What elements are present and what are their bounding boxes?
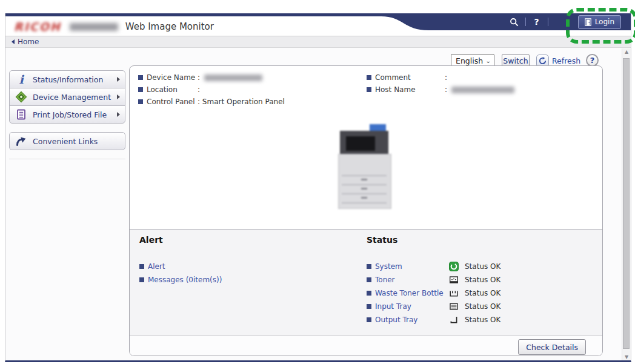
control-panel-row: Control Panel: [138, 96, 195, 107]
refresh-label: Refresh: [552, 56, 580, 65]
chevron-down-icon: ⌄: [486, 58, 491, 64]
printer-body: [338, 154, 391, 209]
scrollbar-thumb[interactable]: [623, 58, 630, 349]
sidebar-item-convenient-links[interactable]: Convenient Links: [9, 132, 125, 150]
chevron-right-icon: [117, 112, 120, 117]
header: RICOH Web Image Monitor ? Login: [5, 13, 631, 36]
input-tray-link-label: Input Tray: [375, 302, 411, 311]
system-ok-icon: [449, 262, 459, 271]
device-name-row: Device Name: [138, 72, 195, 83]
redacted-value-blur: [451, 87, 514, 93]
square-bullet-icon: [367, 317, 371, 322]
alert-section-title: Alert: [139, 235, 163, 245]
square-bullet-icon: [138, 87, 143, 92]
separator: [525, 18, 526, 26]
input-tray-link[interactable]: Input Tray: [367, 301, 411, 312]
location-value: :: [198, 84, 200, 95]
chevron-right-icon: [117, 94, 120, 99]
door-icon: [585, 18, 591, 26]
system-link[interactable]: System: [367, 261, 402, 272]
messages-link[interactable]: Messages (0item(s)): [139, 274, 222, 285]
output-tray-link[interactable]: Output Tray: [367, 314, 417, 325]
comment-value: :: [445, 72, 447, 83]
redacted-value-blur: [204, 74, 262, 81]
output-tray-link-label: Output Tray: [375, 316, 417, 324]
printer-tray-line: [342, 193, 387, 194]
system-link-label: System: [375, 262, 402, 271]
host-name-value: :: [445, 84, 514, 95]
ricoh-logo: RICOH: [14, 20, 61, 33]
location-row: Location: [138, 84, 178, 95]
app-title: Web Image Monitor: [125, 21, 214, 32]
sidebar-item-label: Convenient Links: [33, 137, 98, 146]
sidebar-item-label: Device Management: [33, 93, 111, 102]
output-tray-icon: [449, 315, 459, 325]
input-tray-icon: [449, 302, 459, 311]
square-bullet-icon: [367, 264, 371, 269]
chevron-right-icon: [117, 77, 120, 82]
device-home-panel: Device Name : Location : Control Panel :…: [129, 65, 603, 356]
search-icon[interactable]: [509, 16, 520, 27]
sidebar-item-label: Print Job/Stored File: [33, 110, 107, 119]
alert-status-section: Alert Status Alert Messages (0item(s)) S…: [130, 230, 602, 336]
input-tray-status-value: Status OK: [465, 302, 500, 311]
control-panel-value: : Smart Operation Panel: [198, 96, 285, 107]
app-frame: RICOH Web Image Monitor ? Login Home: [5, 13, 631, 362]
output-tray-status-value: Status OK: [465, 315, 500, 325]
alert-link-label: Alert: [148, 262, 165, 271]
printer-photo: [338, 122, 391, 209]
scroll-down-arrow-icon[interactable]: ▼: [622, 354, 631, 360]
header-help-icon[interactable]: ?: [531, 16, 542, 27]
square-bullet-icon: [367, 75, 371, 80]
printer-panel: [346, 136, 375, 151]
printer-handle: [361, 188, 367, 190]
square-bullet-icon: [367, 304, 371, 309]
sidebar-item-device-management[interactable]: Device Management: [9, 88, 125, 106]
sidebar-divider: [9, 159, 125, 159]
status-section-title: Status: [367, 235, 397, 245]
check-details-button[interactable]: Check Details: [518, 339, 586, 355]
breadcrumb-home-link[interactable]: Home: [18, 38, 39, 46]
location-label: Location: [147, 85, 178, 94]
printer-tray-line: [342, 184, 387, 185]
waste-toner-bottle-icon: [449, 288, 459, 298]
login-label: Login: [595, 18, 614, 26]
sidebar-menu: i Status/Information Device Management P…: [9, 70, 125, 124]
login-button[interactable]: Login: [578, 15, 621, 29]
scroll-up-arrow-icon[interactable]: ▲: [622, 49, 631, 55]
square-bullet-icon: [139, 277, 144, 282]
printer-tray-line: [342, 202, 387, 204]
print-job-icon: [15, 108, 27, 121]
comment-row: Comment: [367, 72, 411, 83]
messages-link-label: Messages (0item(s)): [148, 276, 222, 284]
sidebar-item-status-information[interactable]: i Status/Information: [9, 70, 125, 88]
printer-handle: [361, 197, 367, 199]
model-number-blurred: [70, 23, 118, 31]
convenient-links-icon: [15, 135, 27, 147]
toner-link-label: Toner: [375, 276, 395, 284]
colon: :: [445, 85, 447, 94]
alert-link[interactable]: Alert: [139, 261, 165, 272]
control-panel-label: Control Panel: [147, 98, 195, 106]
back-arrow-icon: [12, 39, 15, 44]
host-name-label: Host Name: [375, 85, 416, 94]
sidebar-item-print-job-stored-file[interactable]: Print Job/Stored File: [9, 105, 125, 124]
panel-footer: Check Details: [130, 336, 602, 356]
page-help-icon[interactable]: ?: [586, 54, 599, 67]
waste-toner-bottle-link-label: Waste Toner Bottle: [375, 289, 444, 297]
colon: :: [198, 73, 200, 82]
header-toolbar: ? Login: [465, 13, 631, 30]
toner-link[interactable]: Toner: [367, 274, 395, 285]
printer-tray-line: [342, 175, 387, 176]
logo-area: RICOH Web Image Monitor: [14, 20, 214, 33]
vertical-scrollbar[interactable]: ▲ ▼: [622, 48, 631, 360]
info-icon: i: [15, 73, 27, 85]
separator: [548, 18, 548, 26]
comment-label: Comment: [375, 73, 411, 82]
square-bullet-icon: [367, 291, 371, 296]
device-name-label: Device Name: [147, 73, 195, 82]
device-name-value: :: [198, 72, 262, 83]
sidebar-item-label: Status/Information: [33, 75, 103, 84]
waste-toner-bottle-link[interactable]: Waste Toner Bottle: [367, 288, 444, 299]
web-image-monitor-page: RICOH Web Image Monitor ? Login Home: [0, 0, 635, 364]
